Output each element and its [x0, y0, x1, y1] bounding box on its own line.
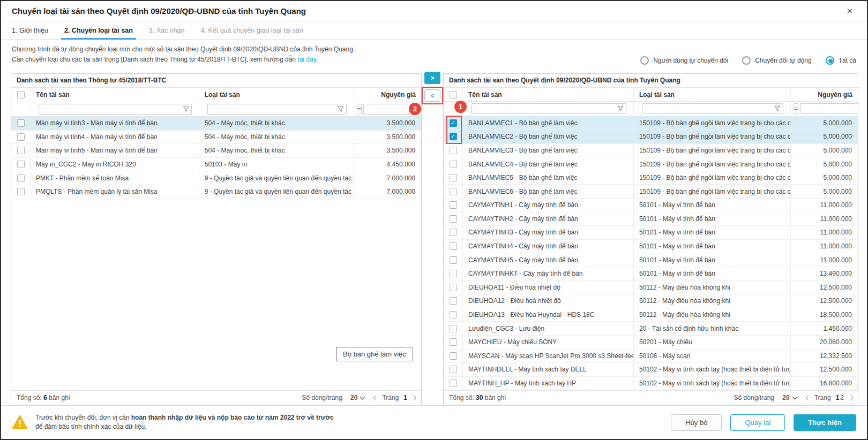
filter-funnel-icon[interactable] — [617, 105, 624, 112]
table-row[interactable]: CAYMAYTINH4 - Cây máy tính để bàn50101 -… — [444, 240, 858, 254]
row-checkbox[interactable]: ✓ — [450, 119, 457, 127]
filter-operator-dropdown[interactable]: = — [794, 103, 798, 114]
row-checkbox[interactable] — [450, 242, 457, 250]
back-button[interactable]: Quay lại — [730, 414, 785, 431]
move-left-button[interactable]: < — [424, 89, 440, 102]
filter-name-input[interactable] — [471, 103, 626, 114]
table-row[interactable]: ✓BANLAMVIEC1 - Bộ bàn ghế làm việc150109… — [444, 116, 858, 130]
cell-asset-name: PMKT - Phần mềm kế toán Misa — [31, 171, 199, 185]
table-row[interactable]: BANLAMVIEC3 - Bộ bàn ghế làm việc150109 … — [444, 144, 858, 158]
select-all-checkbox[interactable] — [17, 91, 25, 98]
row-checkbox[interactable] — [450, 229, 457, 236]
table-row[interactable]: MAYTINH_HP - Máy tính xách tay HP50102 -… — [444, 377, 858, 391]
column-header-type[interactable]: Loại tài sản — [199, 88, 354, 102]
row-checkbox[interactable] — [17, 175, 25, 182]
row-checkbox[interactable] — [450, 325, 457, 332]
table-row[interactable]: BANLAMVIEC4 - Bộ bàn ghế làm việc150109 … — [444, 157, 858, 171]
column-header-name[interactable]: Tên tài sản — [31, 88, 199, 102]
column-header-price[interactable]: Nguyên giá — [354, 88, 421, 102]
cell-original-price: 5.000.000 — [791, 185, 858, 198]
row-checkbox[interactable] — [450, 380, 457, 387]
row-checkbox[interactable] — [450, 311, 457, 318]
page-number-1[interactable]: 1 — [835, 394, 840, 401]
table-row[interactable]: DIEUHOA12 - Điều hoà nhiệt độ50112 - Máy… — [444, 294, 858, 308]
row-checkbox[interactable] — [450, 174, 457, 181]
prev-page-icon[interactable] — [805, 395, 811, 400]
table-row[interactable]: Màn máy vi tính4 - Màn máy vi tính để bà… — [11, 131, 421, 145]
table-row[interactable]: MAYCHIEU - Máy chiếu SONY50201 - Máy chi… — [444, 336, 858, 350]
table-row[interactable]: Màn máy vi tính3 - Màn máy vi tính để bà… — [11, 117, 421, 131]
row-checkbox[interactable] — [450, 297, 457, 305]
row-checkbox[interactable] — [450, 284, 457, 291]
table-row[interactable]: PMQLTS - Phần mềm quản lý tài sản Misa9 … — [11, 185, 421, 199]
table-row[interactable]: Màn máy vi tính5 - Màn máy vi tính để bà… — [11, 144, 421, 158]
row-checkbox[interactable] — [450, 201, 457, 209]
row-checkbox[interactable] — [450, 147, 457, 154]
table-row[interactable]: Lưuđiện_CGC3 - Lưu điện20 - Tài sản cố đ… — [444, 322, 858, 336]
cell-asset-name: Lưuđiện_CGC3 - Lưu điện — [463, 322, 634, 335]
filter-funnel-icon[interactable] — [338, 106, 344, 112]
row-checkbox[interactable] — [450, 215, 457, 223]
column-header-type[interactable]: Loại tài sản — [634, 88, 791, 102]
table-row[interactable]: BANLAMVIEC6 - Bộ bàn ghế làm việc150109 … — [444, 185, 858, 199]
table-row[interactable]: CAYMAYTINHKT - Cây máy tính để bàn50101 … — [444, 267, 858, 281]
row-checkbox[interactable] — [450, 161, 457, 168]
table-row[interactable]: CAYMAYTINH1 - Cây máy tính để bàn50101 -… — [444, 199, 858, 213]
column-header-name[interactable]: Tên tài sản — [463, 88, 634, 102]
table-row[interactable]: BANLAMVIEC5 - Bộ bàn ghế làm việc150109 … — [444, 171, 858, 185]
cell-original-price: 12.500.000 — [791, 281, 858, 294]
prev-page-icon[interactable] — [373, 395, 379, 400]
filter-price-input[interactable] — [800, 103, 858, 114]
row-checkbox[interactable] — [17, 119, 25, 127]
cancel-button[interactable]: Hủy bỏ — [671, 414, 722, 431]
row-checkbox[interactable] — [450, 352, 457, 360]
row-checkbox[interactable]: ✓ — [450, 133, 457, 140]
row-checkbox[interactable] — [17, 188, 25, 195]
row-checkbox[interactable] — [17, 147, 25, 154]
next-page-icon[interactable] — [848, 395, 854, 400]
tab-2[interactable]: 2. Chuyển loại tài sản — [64, 21, 133, 39]
tab-1[interactable]: 1. Giới thiệu — [12, 21, 48, 39]
row-checkbox[interactable] — [450, 256, 457, 264]
column-header-price[interactable]: Nguyên giá — [791, 88, 858, 102]
row-checkbox[interactable] — [450, 270, 457, 277]
row-checkbox[interactable] — [17, 133, 25, 141]
page-number-2[interactable]: 2 — [840, 394, 844, 401]
select-all-checkbox[interactable] — [450, 91, 457, 98]
table-row[interactable]: DIEUHOA13 - Điều hòa Huyndai - HDS 18C50… — [444, 308, 858, 322]
row-checkbox[interactable] — [17, 161, 25, 168]
row-checkbox[interactable] — [450, 188, 457, 195]
next-page-icon[interactable] — [411, 395, 417, 400]
help-link[interactable]: tại đây — [297, 56, 316, 63]
rows-per-page-dropdown[interactable]: Số dòng/trang 20 — [302, 394, 364, 401]
filter-funnel-icon[interactable] — [183, 106, 189, 112]
radio-label: Tất cả — [839, 57, 856, 64]
table-row[interactable]: CAYMAYTINH5 - Cây máy tính để bàn50101 -… — [444, 253, 858, 267]
filter-type-input[interactable] — [207, 104, 347, 115]
row-checkbox[interactable] — [450, 366, 457, 373]
radio-option-2[interactable]: Chuyển đổi tự động — [742, 56, 811, 65]
page-number-1[interactable]: 1 — [403, 394, 408, 401]
table-row[interactable]: MAYSCAN - Máy scan HP ScanJet Pro 3000 s… — [444, 350, 858, 363]
execute-button[interactable]: Thực hiện — [794, 414, 856, 431]
table-row[interactable]: CAYMAYTINH2 - Cây máy tính để bàn50101 -… — [444, 213, 858, 226]
radio-option-1[interactable]: Người dùng tự chuyển đổi — [640, 56, 728, 65]
table-row[interactable]: ✓BANLAMVIEC2 - Bộ bàn ghế làm việc150109… — [444, 130, 858, 144]
filter-type-input[interactable] — [642, 103, 783, 114]
rows-per-page-dropdown[interactable]: Số dòng/trang 20 — [734, 394, 797, 401]
table-row[interactable]: MAYTINHDELL - Máy tính xách tay DELL5010… — [444, 363, 858, 377]
row-checkbox[interactable] — [450, 338, 457, 346]
tab-4[interactable]: 4. Kết quả chuyển giao loại tài sản — [201, 21, 303, 39]
tab-3[interactable]: 3. Xác nhận — [149, 21, 185, 39]
radio-option-3[interactable]: Tất cả — [826, 56, 856, 65]
table-row[interactable]: PMKT - Phần mềm kế toán Misa9 - Quyền tá… — [11, 171, 421, 185]
filter-funnel-icon[interactable] — [774, 105, 781, 112]
table-row[interactable]: Máy in_CGC2 - Máy in RICOH 32050103 - Má… — [11, 158, 421, 172]
filter-operator-dropdown[interactable]: = — [357, 104, 362, 115]
close-icon[interactable]: ✕ — [843, 5, 856, 17]
filter-name-input[interactable] — [39, 104, 192, 115]
move-right-button[interactable]: > — [424, 72, 440, 84]
warning: Trước khi chuyển đổi, đơn vị cần hoàn th… — [12, 413, 335, 431]
table-row[interactable]: DIEUHOA11 - Điều hoà nhiệt độ50112 - Máy… — [444, 281, 858, 295]
table-row[interactable]: CAYMAYTINH3 - Cây máy tính để bàn50101 -… — [444, 226, 858, 240]
